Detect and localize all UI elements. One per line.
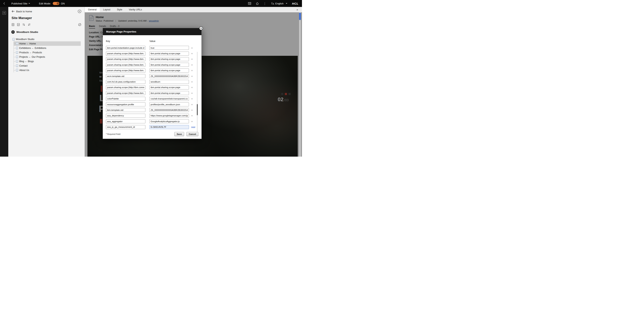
chevron-down-icon (28, 3, 30, 4)
document-check-icon (17, 23, 20, 26)
tab-style[interactable]: Style (114, 7, 126, 12)
tree-item-exhibitions[interactable]: Exhibitions ← Exhibitions (14, 46, 81, 50)
property-value-input[interactable] (150, 97, 189, 101)
edit-mode-toggle[interactable] (53, 2, 59, 5)
tab-vanity-urls[interactable]: Vanity URLs (126, 7, 146, 12)
remove-property-button[interactable]: × (191, 92, 193, 95)
new-page-button[interactable] (12, 23, 14, 26)
property-value-input[interactable] (150, 102, 189, 106)
property-value-input[interactable] (150, 91, 189, 95)
tree-root-label: Woodburn Studio (16, 38, 34, 41)
tree-item-blog[interactable]: Blog ← Blogs (14, 59, 81, 63)
property-key-input[interactable] (106, 74, 146, 78)
site-tree-children: Home ← HomeExhibitions ← ExhibitionsProd… (14, 41, 81, 72)
property-value-input[interactable] (150, 114, 189, 118)
property-key-input[interactable] (106, 125, 146, 129)
tree-item-projects[interactable]: Projects ← Our Projects (14, 55, 81, 59)
property-value-input[interactable] (150, 125, 189, 129)
property-row: Add (106, 124, 198, 130)
tree-item-products[interactable]: Products ← Products (14, 50, 81, 55)
remove-property-button[interactable]: × (191, 58, 193, 61)
modal-scrollbar[interactable] (197, 52, 198, 136)
property-key-input[interactable] (106, 46, 146, 50)
import-export-button[interactable] (28, 23, 30, 26)
content-grid-button[interactable] (248, 2, 251, 5)
translate-icon (271, 2, 274, 5)
tree-item-label: Blog ← Blogs (19, 60, 34, 63)
tab-layout[interactable]: Layout (100, 7, 114, 12)
left-rail (0, 7, 8, 157)
property-key-input[interactable] (106, 51, 146, 56)
site-header: Woodburn Studio (11, 30, 84, 34)
save-button[interactable]: Save (174, 132, 184, 136)
remove-property-button[interactable]: × (191, 97, 193, 100)
add-property-button[interactable]: Add (191, 126, 195, 128)
property-key-input[interactable] (106, 119, 146, 123)
sort-arrows-icon (22, 23, 25, 26)
property-value-input[interactable] (150, 74, 189, 78)
property-key-input[interactable] (106, 108, 146, 112)
collapse-panel-icon[interactable] (78, 9, 82, 13)
page-scrollbar[interactable] (299, 12, 301, 157)
remove-property-button[interactable]: × (191, 109, 193, 112)
property-key-input[interactable] (106, 102, 146, 106)
property-value-input[interactable] (150, 68, 189, 72)
cancel-button[interactable]: Cancel (186, 132, 198, 136)
add-panel-icon[interactable] (2, 11, 6, 15)
remove-property-button[interactable]: × (191, 75, 193, 78)
property-value-input[interactable] (150, 85, 189, 89)
home-button[interactable] (256, 2, 259, 5)
more-options-button[interactable]: ⋮ (264, 2, 266, 5)
property-value-input[interactable] (150, 63, 189, 67)
remove-property-button[interactable]: × (191, 114, 193, 117)
panel-title: Site Manager (12, 16, 84, 20)
site-name: Woodburn Studio (16, 30, 38, 33)
remove-property-button[interactable]: × (191, 86, 193, 89)
property-value-input[interactable] (150, 51, 189, 56)
remove-property-button[interactable]: × (191, 69, 193, 72)
content-close-button[interactable]: × (296, 8, 298, 11)
back-to-home-link[interactable]: Back to home (16, 10, 32, 13)
hcl-logo: HCL (292, 2, 298, 5)
page-check-button[interactable] (17, 23, 20, 26)
published-site-dropdown[interactable]: Published Site (11, 2, 30, 5)
property-key-input[interactable] (106, 57, 146, 61)
property-key-input[interactable] (106, 91, 146, 95)
remove-property-button[interactable]: × (191, 63, 193, 66)
remove-property-button[interactable]: × (191, 52, 193, 55)
remove-property-button[interactable]: × (191, 46, 193, 49)
tab-general[interactable]: General (85, 7, 100, 12)
page-icon (12, 38, 15, 41)
property-value-input[interactable] (150, 57, 189, 61)
property-value-input[interactable] (150, 80, 189, 84)
property-key-input[interactable] (106, 85, 146, 89)
scrollbar-thumb[interactable] (299, 13, 301, 20)
property-key-input[interactable] (106, 63, 146, 67)
tree-root-item[interactable]: Woodburn Studio (12, 37, 84, 41)
page-icon (16, 60, 18, 62)
page-icon (16, 69, 18, 71)
restricted-view-button[interactable] (78, 23, 81, 26)
property-value-input[interactable] (150, 108, 189, 112)
modal-scrollbar-thumb[interactable] (197, 104, 198, 115)
language-dropdown[interactable]: English (271, 2, 288, 5)
tree-item-contact[interactable]: Contact (14, 63, 81, 68)
row-action: × (191, 46, 198, 50)
property-key-input[interactable] (106, 80, 146, 84)
property-key-input[interactable] (106, 114, 146, 118)
property-value-input[interactable] (150, 46, 189, 50)
tree-item-home[interactable]: Home ← Home (14, 41, 81, 46)
content-tabs-bar: GeneralLayoutStyleVanity URLs × (85, 7, 302, 12)
back-button[interactable] (0, 2, 8, 5)
tree-item-label: Home ← Home (19, 42, 36, 45)
remove-property-button[interactable]: × (191, 120, 193, 123)
property-key-input[interactable] (106, 68, 146, 72)
remove-property-button[interactable]: × (191, 103, 193, 106)
modal-close-button[interactable]: × (199, 26, 203, 30)
arrow-left-icon[interactable] (12, 10, 15, 12)
remove-property-button[interactable]: × (191, 80, 193, 83)
property-value-input[interactable] (150, 119, 189, 123)
property-key-input[interactable] (106, 97, 146, 101)
tree-item-about-us[interactable]: About Us (14, 68, 81, 72)
move-up-down-button[interactable] (22, 23, 25, 26)
